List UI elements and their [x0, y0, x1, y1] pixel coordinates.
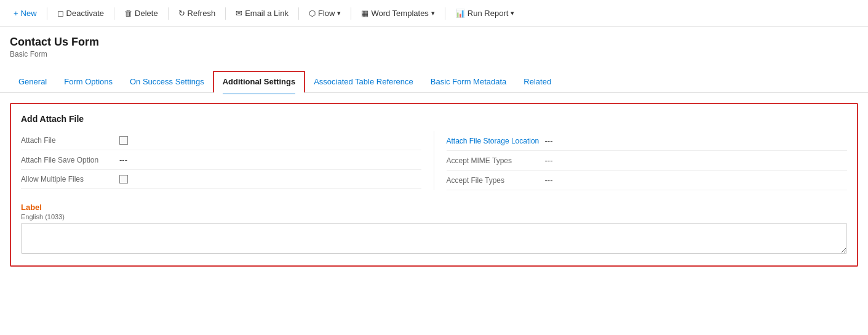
tab-related[interactable]: Related	[515, 72, 560, 91]
flow-label: Flow	[318, 9, 335, 18]
page-header: Contact Us Form Basic Form	[0, 27, 868, 59]
plus-icon: +	[14, 9, 18, 18]
delete-button[interactable]: 🗑 Delete	[118, 5, 164, 22]
flow-chevron-icon: ▾	[337, 9, 341, 17]
divider-3	[168, 7, 169, 20]
tab-on-success-settings[interactable]: On Success Settings	[121, 72, 213, 91]
allow-multiple-files-label: Allow Multiple Files	[21, 175, 119, 184]
divider-4	[225, 7, 226, 20]
mime-types-label: Accept MIME Types	[447, 156, 545, 165]
tab-associated-table-reference[interactable]: Associated Table Reference	[305, 72, 422, 91]
content-area: Add Attach File Attach File Attach File …	[0, 93, 868, 276]
refresh-icon: ↻	[178, 9, 185, 18]
storage-location-label: Attach File Storage Location	[447, 137, 545, 145]
toolbar: + New ◻ Deactivate 🗑 Delete ↻ Refresh ✉ …	[0, 0, 868, 27]
refresh-label: Refresh	[188, 9, 216, 18]
page-title: Contact Us Form	[10, 36, 858, 49]
field-row-attach-file-save-option: Attach File Save Option ---	[21, 150, 421, 170]
email-link-label: Email a Link	[245, 9, 289, 18]
page-subtitle: Basic Form	[10, 50, 858, 59]
word-templates-button[interactable]: ▦ Word Templates ▾	[355, 5, 440, 22]
delete-icon: 🗑	[124, 9, 132, 18]
deactivate-icon: ◻	[57, 9, 64, 18]
field-row-mime-types: Accept MIME Types ---	[447, 151, 848, 171]
deactivate-label: Deactivate	[66, 9, 104, 18]
file-types-label: Accept File Types	[447, 176, 545, 185]
add-attach-file-section: Add Attach File Attach File Attach File …	[10, 103, 858, 267]
email-icon: ✉	[236, 9, 242, 18]
label-textarea[interactable]	[21, 223, 847, 254]
tab-form-options[interactable]: Form Options	[55, 72, 121, 91]
flow-icon: ⬡	[309, 9, 316, 18]
label-section-title: Label	[21, 203, 847, 212]
run-report-button[interactable]: 📊 Run Report ▾	[449, 5, 520, 22]
divider-2	[114, 7, 114, 20]
attach-file-save-option-label: Attach File Save Option	[21, 156, 119, 164]
run-report-chevron-icon: ▾	[511, 9, 514, 17]
run-report-label: Run Report	[468, 9, 508, 18]
mime-types-value: ---	[545, 156, 553, 165]
word-templates-icon: ▦	[361, 9, 368, 18]
left-column: Attach File Attach File Save Option --- …	[21, 131, 434, 190]
attach-file-save-option-value: ---	[119, 155, 127, 164]
tab-general[interactable]: General	[10, 72, 55, 91]
attach-file-label: Attach File	[21, 136, 119, 145]
attach-file-checkbox[interactable]	[119, 136, 128, 145]
file-types-value: ---	[545, 176, 553, 185]
label-section: Label English (1033)	[21, 198, 847, 256]
fields-grid: Attach File Attach File Save Option --- …	[21, 131, 847, 190]
tab-additional-settings[interactable]: Additional Settings	[213, 71, 305, 92]
divider-7	[445, 7, 445, 20]
divider-5	[298, 7, 299, 20]
section-title: Add Attach File	[21, 114, 847, 124]
label-section-subtitle: English (1033)	[21, 213, 847, 220]
storage-location-value: ---	[545, 136, 553, 145]
run-report-icon: 📊	[455, 9, 465, 18]
refresh-button[interactable]: ↻ Refresh	[172, 5, 222, 22]
new-button[interactable]: + New	[7, 5, 43, 22]
field-row-allow-multiple-files: Allow Multiple Files	[21, 170, 421, 189]
allow-multiple-files-checkbox[interactable]	[119, 175, 128, 184]
word-templates-label: Word Templates	[371, 9, 428, 18]
tabs-container: General Form Options On Success Settings…	[0, 63, 868, 93]
field-row-file-types: Accept File Types ---	[447, 171, 848, 190]
new-label: New	[21, 9, 37, 18]
active-tab-underline	[223, 93, 295, 94]
field-row-storage-location: Attach File Storage Location ---	[447, 131, 848, 151]
divider-1	[47, 7, 47, 20]
word-templates-chevron-icon: ▾	[431, 9, 435, 17]
flow-button[interactable]: ⬡ Flow ▾	[303, 5, 347, 22]
divider-6	[351, 7, 351, 20]
field-row-attach-file: Attach File	[21, 131, 421, 150]
tab-basic-form-metadata[interactable]: Basic Form Metadata	[422, 72, 516, 91]
deactivate-button[interactable]: ◻ Deactivate	[51, 5, 110, 22]
delete-label: Delete	[135, 9, 158, 18]
email-link-button[interactable]: ✉ Email a Link	[229, 5, 295, 22]
right-column: Attach File Storage Location --- Accept …	[434, 131, 848, 190]
